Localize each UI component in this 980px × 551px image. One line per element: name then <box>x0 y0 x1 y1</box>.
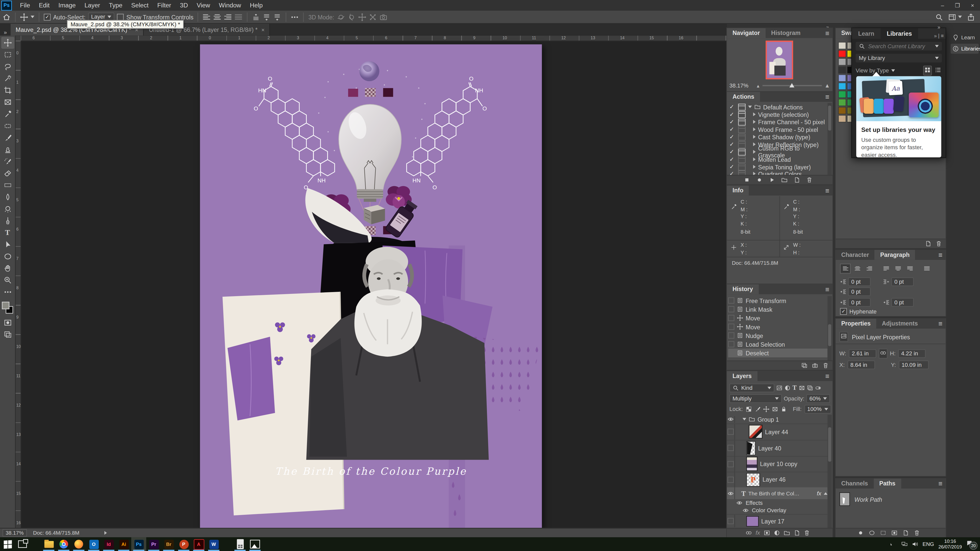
layer-effects-row[interactable]: Effects <box>727 499 827 507</box>
group-expand-caret[interactable] <box>742 418 746 421</box>
tool-type[interactable]: T <box>1 227 14 239</box>
menu-help[interactable]: Help <box>245 0 267 11</box>
link-layers-icon[interactable] <box>746 530 752 536</box>
navigator-zoom-slider[interactable] <box>763 85 822 86</box>
tab-history[interactable]: History <box>727 284 759 294</box>
canvas-area[interactable]: 654321012345678910111213141516 012345678… <box>16 36 727 528</box>
menu-view[interactable]: View <box>192 0 215 11</box>
lock-transparent-icon[interactable] <box>745 406 751 412</box>
history-row-selected[interactable]: Deselect <box>728 349 827 357</box>
tab-layers[interactable]: Layers <box>727 371 757 381</box>
align-left-button[interactable] <box>840 264 851 273</box>
swatch[interactable] <box>838 83 846 90</box>
visibility-toggle[interactable] <box>728 461 734 467</box>
filter-adjustment-icon[interactable] <box>784 384 791 391</box>
tab-paragraph[interactable]: Paragraph <box>875 250 915 260</box>
restore-button[interactable]: ❐ <box>950 0 965 11</box>
panel-menu-icon[interactable]: ≡ <box>939 250 942 260</box>
edit-toolbar-button[interactable] <box>1 286 14 298</box>
action-row[interactable]: ✓Custom RGB to Grayscale <box>729 148 827 156</box>
record-icon[interactable] <box>756 177 762 183</box>
library-select-dropdown[interactable]: My Library <box>856 54 942 62</box>
status-options-chevron[interactable] <box>104 531 107 535</box>
taskbar-powerpoint[interactable]: P <box>177 537 191 551</box>
panel-menu-icon[interactable]: ≡ <box>825 284 829 294</box>
tool-shape[interactable] <box>1 251 14 262</box>
layer-row[interactable]: Layer 44 <box>727 424 827 440</box>
workspace-icon[interactable] <box>948 13 956 21</box>
tool-dodge[interactable] <box>1 203 14 215</box>
expand-caret-icon[interactable] <box>748 106 752 108</box>
tool-crop[interactable] <box>1 84 14 97</box>
action-row[interactable]: ✓Wood Frame - 50 pixel <box>729 125 827 133</box>
menu-layer[interactable]: Layer <box>80 0 105 11</box>
chevron-down-icon[interactable] <box>958 16 962 18</box>
swatch[interactable] <box>838 42 846 49</box>
snapshot-camera-icon[interactable] <box>812 362 818 368</box>
path-mask-icon[interactable] <box>891 530 897 536</box>
indent-first-line-field[interactable]: 0 pt <box>848 287 870 296</box>
stop-icon[interactable] <box>743 177 749 183</box>
filter-smart-object-icon[interactable] <box>807 384 813 391</box>
taskbar-firefox[interactable] <box>71 537 86 551</box>
menu-filter[interactable]: Filter <box>153 0 176 11</box>
swatch[interactable] <box>838 91 846 98</box>
fx-badge[interactable]: fx <box>817 490 821 496</box>
tab-learn[interactable]: Learn <box>852 28 880 39</box>
tab-overflow-chevrons[interactable]: » <box>0 29 11 35</box>
layer-row-selected[interactable]: T The Birth of the Colour Purple fx <box>727 487 827 499</box>
taskbar-file-explorer[interactable] <box>41 537 56 551</box>
tab-libraries[interactable]: Libraries <box>880 28 918 39</box>
action-set-row[interactable]: ✓ Default Actions <box>729 103 827 110</box>
document-poster[interactable]: O HN O NH O O NH O HN O <box>200 44 542 528</box>
visibility-toggle[interactable] <box>728 518 734 524</box>
network-icon[interactable] <box>901 541 907 547</box>
fill-path-icon[interactable] <box>858 530 864 536</box>
menu-select[interactable]: Select <box>127 0 153 11</box>
taskbar-bridge[interactable]: Br <box>161 537 177 551</box>
new-path-icon[interactable] <box>902 530 908 536</box>
delete-layer-icon[interactable] <box>803 530 810 536</box>
layer-row[interactable]: Layer 10 copy <box>727 456 827 472</box>
new-set-folder-icon[interactable] <box>781 177 787 183</box>
taskbar-photos[interactable] <box>248 537 262 551</box>
auto-select-checkbox[interactable]: ✓ <box>44 14 51 21</box>
panel-menu-icon[interactable]: ≡ <box>825 92 829 102</box>
tool-lasso[interactable] <box>1 61 14 73</box>
library-search-field[interactable]: Search Current Library <box>856 42 942 51</box>
new-doc-from-state-icon[interactable] <box>801 362 808 368</box>
align-top-icon[interactable] <box>252 13 260 21</box>
menu-edit[interactable]: Edit <box>35 0 54 11</box>
visibility-toggle[interactable] <box>728 429 734 435</box>
action-check-icon[interactable]: ✓ <box>729 104 735 110</box>
new-swatch-icon[interactable] <box>925 241 931 247</box>
move-tool-icon[interactable] <box>20 13 28 21</box>
task-view-button[interactable] <box>15 537 30 551</box>
taskbar-premiere[interactable]: Pr <box>146 537 161 551</box>
panel-menu-icon[interactable]: ≡ <box>939 319 942 329</box>
justify-last-left-button[interactable] <box>881 264 891 273</box>
delete-path-icon[interactable] <box>914 530 920 536</box>
foreground-color-swatch[interactable] <box>2 302 9 309</box>
history-row[interactable]: Load Selection <box>728 340 827 348</box>
minimize-button[interactable]: – <box>935 0 950 11</box>
height-field[interactable]: 4.22 in <box>898 349 926 358</box>
zoom-out-icon[interactable]: ▲ <box>756 83 760 88</box>
path-selection-icon[interactable] <box>880 530 886 536</box>
link-dimensions-icon[interactable] <box>879 349 887 359</box>
taskbar-calculator[interactable] <box>232 537 248 551</box>
taskbar-acrobat[interactable]: A <box>191 537 206 551</box>
align-middle-icon[interactable] <box>263 13 271 21</box>
screen-mode-button[interactable] <box>1 329 14 341</box>
clock[interactable]: 10:16 26/07/2019 <box>939 538 962 550</box>
indent-right-field[interactable]: 0 pt <box>891 277 914 286</box>
vertical-ruler[interactable]: 012345678910111213141516 <box>16 41 21 528</box>
layer-row[interactable]: P Layer 46 <box>727 472 827 488</box>
panel-chevrons[interactable]: » | ≡ <box>934 33 946 39</box>
visibility-toggle[interactable] <box>728 476 734 483</box>
tool-hand[interactable] <box>1 262 14 275</box>
tool-move[interactable] <box>1 37 14 49</box>
blend-mode-dropdown[interactable]: Multiply <box>729 394 782 403</box>
action-row[interactable]: ✓Molten Lead <box>729 156 827 163</box>
y-field[interactable]: 10.09 in <box>898 360 928 369</box>
